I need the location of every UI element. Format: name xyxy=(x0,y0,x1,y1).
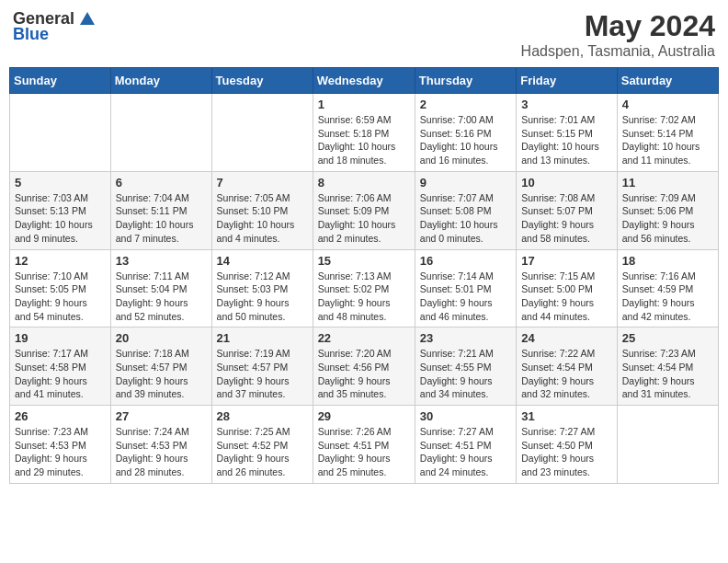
day-info: Sunrise: 7:16 AM Sunset: 4:59 PM Dayligh… xyxy=(622,270,713,324)
day-number: 21 xyxy=(217,331,308,345)
calendar-week-row: 5Sunrise: 7:03 AM Sunset: 5:13 PM Daylig… xyxy=(10,171,719,249)
weekday-header-wednesday: Wednesday xyxy=(313,68,415,94)
day-info: Sunrise: 7:02 AM Sunset: 5:14 PM Dayligh… xyxy=(622,113,713,167)
day-number: 1 xyxy=(318,98,410,111)
day-info: Sunrise: 7:15 AM Sunset: 5:00 PM Dayligh… xyxy=(521,270,612,324)
calendar-cell: 31Sunrise: 7:27 AM Sunset: 4:50 PM Dayli… xyxy=(517,406,618,484)
calendar-cell xyxy=(617,406,718,484)
weekday-header-friday: Friday xyxy=(517,68,618,94)
calendar-cell: 17Sunrise: 7:15 AM Sunset: 5:00 PM Dayli… xyxy=(517,249,618,327)
location-subtitle: Hadspen, Tasmania, Australia xyxy=(521,43,715,60)
calendar-cell: 24Sunrise: 7:22 AM Sunset: 4:54 PM Dayli… xyxy=(517,327,618,406)
calendar-cell: 16Sunrise: 7:14 AM Sunset: 5:01 PM Dayli… xyxy=(415,249,516,327)
calendar-cell: 21Sunrise: 7:19 AM Sunset: 4:57 PM Dayli… xyxy=(211,327,313,406)
calendar-cell: 28Sunrise: 7:25 AM Sunset: 4:52 PM Dayli… xyxy=(211,406,313,484)
day-info: Sunrise: 7:27 AM Sunset: 4:51 PM Dayligh… xyxy=(420,425,511,479)
day-info: Sunrise: 6:59 AM Sunset: 5:18 PM Dayligh… xyxy=(318,113,410,167)
day-info: Sunrise: 7:18 AM Sunset: 4:57 PM Dayligh… xyxy=(116,347,207,401)
svg-marker-0 xyxy=(80,12,95,25)
day-info: Sunrise: 7:03 AM Sunset: 5:13 PM Dayligh… xyxy=(15,191,106,246)
calendar-cell: 1Sunrise: 6:59 AM Sunset: 5:18 PM Daylig… xyxy=(313,94,415,172)
day-info: Sunrise: 7:07 AM Sunset: 5:08 PM Dayligh… xyxy=(420,191,511,246)
day-number: 22 xyxy=(318,331,410,345)
calendar-cell: 19Sunrise: 7:17 AM Sunset: 4:58 PM Dayli… xyxy=(10,327,111,406)
calendar-cell: 27Sunrise: 7:24 AM Sunset: 4:53 PM Dayli… xyxy=(110,406,211,484)
day-number: 13 xyxy=(116,254,207,268)
weekday-header-monday: Monday xyxy=(110,68,211,94)
logo: General Blue xyxy=(13,9,97,44)
calendar-cell: 4Sunrise: 7:02 AM Sunset: 5:14 PM Daylig… xyxy=(617,94,718,172)
day-number: 20 xyxy=(116,331,207,345)
day-info: Sunrise: 7:05 AM Sunset: 5:10 PM Dayligh… xyxy=(217,191,308,246)
calendar-cell: 20Sunrise: 7:18 AM Sunset: 4:57 PM Dayli… xyxy=(110,327,211,406)
calendar-week-row: 19Sunrise: 7:17 AM Sunset: 4:58 PM Dayli… xyxy=(10,327,719,406)
day-number: 15 xyxy=(318,254,410,268)
day-number: 9 xyxy=(420,176,511,190)
day-info: Sunrise: 7:13 AM Sunset: 5:02 PM Dayligh… xyxy=(318,270,410,324)
calendar-cell: 9Sunrise: 7:07 AM Sunset: 5:08 PM Daylig… xyxy=(415,171,516,249)
day-info: Sunrise: 7:23 AM Sunset: 4:53 PM Dayligh… xyxy=(15,425,106,479)
weekday-header-sunday: Sunday xyxy=(10,68,111,94)
day-info: Sunrise: 7:23 AM Sunset: 4:54 PM Dayligh… xyxy=(622,347,713,401)
calendar-cell: 8Sunrise: 7:06 AM Sunset: 5:09 PM Daylig… xyxy=(313,171,415,249)
calendar-cell: 14Sunrise: 7:12 AM Sunset: 5:03 PM Dayli… xyxy=(211,249,313,327)
day-number: 24 xyxy=(521,331,612,345)
day-info: Sunrise: 7:12 AM Sunset: 5:03 PM Dayligh… xyxy=(217,270,308,324)
calendar-week-row: 12Sunrise: 7:10 AM Sunset: 5:05 PM Dayli… xyxy=(10,249,719,327)
month-year-title: May 2024 xyxy=(521,9,715,43)
weekday-header-saturday: Saturday xyxy=(617,68,718,94)
logo-blue-text: Blue xyxy=(13,25,49,44)
day-info: Sunrise: 7:14 AM Sunset: 5:01 PM Dayligh… xyxy=(420,270,511,324)
day-number: 25 xyxy=(622,331,713,345)
day-number: 6 xyxy=(116,176,207,190)
day-info: Sunrise: 7:27 AM Sunset: 4:50 PM Dayligh… xyxy=(521,425,612,479)
day-number: 31 xyxy=(521,409,612,423)
day-info: Sunrise: 7:17 AM Sunset: 4:58 PM Dayligh… xyxy=(15,347,106,401)
day-number: 19 xyxy=(15,331,106,345)
calendar-table: SundayMondayTuesdayWednesdayThursdayFrid… xyxy=(9,67,719,484)
calendar-cell: 13Sunrise: 7:11 AM Sunset: 5:04 PM Dayli… xyxy=(110,249,211,327)
calendar-cell xyxy=(211,94,313,172)
calendar-week-row: 26Sunrise: 7:23 AM Sunset: 4:53 PM Dayli… xyxy=(10,406,719,484)
day-info: Sunrise: 7:24 AM Sunset: 4:53 PM Dayligh… xyxy=(116,425,207,479)
title-block: May 2024 Hadspen, Tasmania, Australia xyxy=(521,9,715,60)
day-number: 8 xyxy=(318,176,410,190)
weekday-header-row: SundayMondayTuesdayWednesdayThursdayFrid… xyxy=(10,68,719,94)
calendar-cell: 3Sunrise: 7:01 AM Sunset: 5:15 PM Daylig… xyxy=(517,94,618,172)
day-info: Sunrise: 7:01 AM Sunset: 5:15 PM Dayligh… xyxy=(521,113,612,167)
day-number: 4 xyxy=(622,98,713,111)
day-info: Sunrise: 7:06 AM Sunset: 5:09 PM Dayligh… xyxy=(318,191,410,246)
calendar-cell: 5Sunrise: 7:03 AM Sunset: 5:13 PM Daylig… xyxy=(10,171,111,249)
day-info: Sunrise: 7:11 AM Sunset: 5:04 PM Dayligh… xyxy=(116,270,207,324)
calendar-cell: 12Sunrise: 7:10 AM Sunset: 5:05 PM Dayli… xyxy=(10,249,111,327)
day-number: 3 xyxy=(521,98,612,111)
day-info: Sunrise: 7:04 AM Sunset: 5:11 PM Dayligh… xyxy=(116,191,207,246)
day-number: 28 xyxy=(217,409,308,423)
calendar-cell: 22Sunrise: 7:20 AM Sunset: 4:56 PM Dayli… xyxy=(313,327,415,406)
day-info: Sunrise: 7:20 AM Sunset: 4:56 PM Dayligh… xyxy=(318,347,410,401)
day-info: Sunrise: 7:00 AM Sunset: 5:16 PM Dayligh… xyxy=(420,113,511,167)
calendar-cell: 6Sunrise: 7:04 AM Sunset: 5:11 PM Daylig… xyxy=(110,171,211,249)
day-info: Sunrise: 7:08 AM Sunset: 5:07 PM Dayligh… xyxy=(521,191,612,246)
calendar-cell: 15Sunrise: 7:13 AM Sunset: 5:02 PM Dayli… xyxy=(313,249,415,327)
logo-triangle-icon xyxy=(78,10,97,29)
day-info: Sunrise: 7:22 AM Sunset: 4:54 PM Dayligh… xyxy=(521,347,612,401)
calendar-cell: 18Sunrise: 7:16 AM Sunset: 4:59 PM Dayli… xyxy=(617,249,718,327)
calendar-cell: 2Sunrise: 7:00 AM Sunset: 5:16 PM Daylig… xyxy=(415,94,516,172)
page-header: General Blue May 2024 Hadspen, Tasmania,… xyxy=(9,9,719,60)
weekday-header-thursday: Thursday xyxy=(415,68,516,94)
day-number: 7 xyxy=(217,176,308,190)
day-info: Sunrise: 7:26 AM Sunset: 4:51 PM Dayligh… xyxy=(318,425,410,479)
day-number: 29 xyxy=(318,409,410,423)
day-info: Sunrise: 7:19 AM Sunset: 4:57 PM Dayligh… xyxy=(217,347,308,401)
day-info: Sunrise: 7:09 AM Sunset: 5:06 PM Dayligh… xyxy=(622,191,713,246)
day-number: 27 xyxy=(116,409,207,423)
day-number: 16 xyxy=(420,254,511,268)
day-number: 11 xyxy=(622,176,713,190)
calendar-cell: 25Sunrise: 7:23 AM Sunset: 4:54 PM Dayli… xyxy=(617,327,718,406)
day-number: 2 xyxy=(420,98,511,111)
calendar-cell: 26Sunrise: 7:23 AM Sunset: 4:53 PM Dayli… xyxy=(10,406,111,484)
calendar-cell: 29Sunrise: 7:26 AM Sunset: 4:51 PM Dayli… xyxy=(313,406,415,484)
calendar-cell xyxy=(10,94,111,172)
day-info: Sunrise: 7:21 AM Sunset: 4:55 PM Dayligh… xyxy=(420,347,511,401)
